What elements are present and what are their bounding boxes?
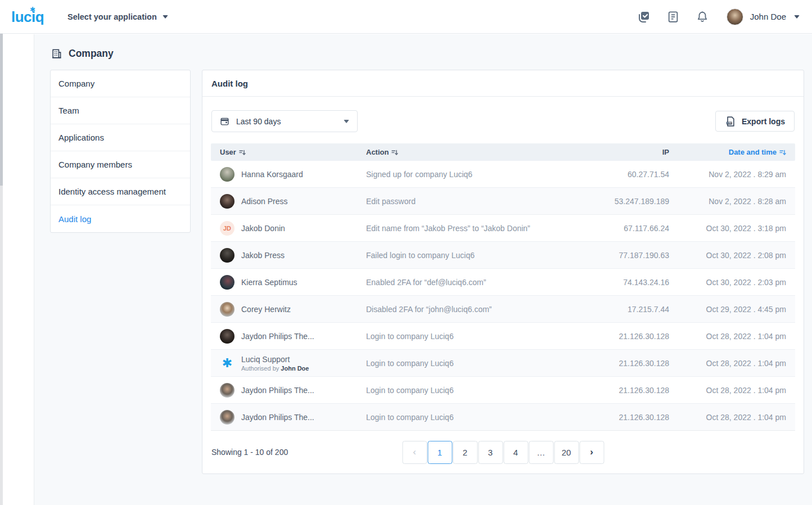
pagination-page-2[interactable]: 2 xyxy=(453,441,477,464)
action-cell: Login to company Luciq6 xyxy=(357,413,585,422)
ip-cell: 17.215.7.44 xyxy=(585,305,678,314)
luciq-logo[interactable]: luciq ✱ xyxy=(11,7,48,26)
user-cell: Hanna Korsgaard xyxy=(211,167,357,182)
user-menu-chevron-icon[interactable] xyxy=(794,15,800,19)
user-name-block: Luciq Support Authorised by John Doe xyxy=(241,355,309,372)
user-name-block: Jakob Donin xyxy=(241,224,285,233)
chevron-down-icon xyxy=(344,120,349,123)
pagination-page-1[interactable]: 1 xyxy=(427,441,452,464)
user-cell: Jaydon Philips The... xyxy=(211,383,357,398)
bell-icon[interactable] xyxy=(695,10,710,24)
logo-wordmark: luciq xyxy=(11,8,44,25)
user-name: Luciq Support xyxy=(241,355,309,364)
tasks-icon[interactable] xyxy=(637,10,651,24)
table-body: Hanna Korsgaard Signed up for company Lu… xyxy=(211,161,795,431)
user-name-block: Jaydon Philips The... xyxy=(241,413,314,422)
audit-toolbar: Last 90 days CSV Export logs xyxy=(202,97,804,143)
date-range-select[interactable]: Last 90 days xyxy=(211,110,358,132)
ip-cell: 21.126.30.128 xyxy=(585,413,678,422)
user-name: Kierra Septimus xyxy=(241,278,297,287)
user-avatar xyxy=(220,167,234,182)
date-range-value: Last 90 days xyxy=(236,117,281,126)
export-logs-button[interactable]: CSV Export logs xyxy=(715,111,795,132)
action-cell: Disabled 2FA for “john@luciq6.com” xyxy=(357,305,585,314)
form-icon[interactable] xyxy=(666,10,680,24)
user-cell: Kierra Septimus xyxy=(211,275,357,290)
ip-cell: 21.126.30.128 xyxy=(585,386,678,395)
results-summary: Showing 1 - 10 of 200 xyxy=(211,448,288,457)
column-header-action[interactable]: Action xyxy=(357,148,585,156)
user-name: Jakob Donin xyxy=(241,224,285,233)
user-name-block: Jaydon Philips The... xyxy=(241,332,314,341)
pagination-page-3[interactable]: 3 xyxy=(478,441,503,464)
sidebar-item-company-members[interactable]: Company members xyxy=(51,151,190,178)
user-name[interactable]: John Doe xyxy=(750,12,786,21)
sidebar-item-team[interactable]: Team xyxy=(51,97,190,124)
ip-cell: 21.126.30.128 xyxy=(585,332,678,341)
date-cell: Oct 30, 2022 . 2:03 pm xyxy=(678,278,795,287)
pagination-next-button[interactable]: › xyxy=(579,441,604,464)
left-scrollbar-track[interactable] xyxy=(0,34,3,505)
sort-icon xyxy=(391,149,398,156)
column-header-user[interactable]: User xyxy=(211,148,357,156)
user-avatar xyxy=(220,194,234,209)
calendar-icon xyxy=(220,116,229,126)
table-row: Adison Press Edit password 53.247.189.18… xyxy=(211,188,795,215)
table-row: ✱ Luciq Support Authorised by John Doe L… xyxy=(211,350,795,377)
page-title: Company xyxy=(69,48,114,60)
user-subtitle: Authorised by John Doe xyxy=(241,365,309,372)
audit-log-panel: Audit log Last 90 days xyxy=(202,70,804,474)
user-cell: Jaydon Philips The... xyxy=(211,329,357,344)
action-cell: Login to company Luciq6 xyxy=(357,386,585,395)
sidebar-item-identity-access-management[interactable]: Identity access management xyxy=(51,178,190,205)
application-selector[interactable]: Select your application xyxy=(67,12,168,21)
user-name-block: Jaydon Philips The... xyxy=(241,386,314,395)
date-cell: Nov 2, 2022 . 8:29 am xyxy=(678,170,795,179)
user-avatar xyxy=(220,410,234,425)
application-selector-label: Select your application xyxy=(67,12,157,21)
date-cell: Oct 28, 2022 . 1:04 pm xyxy=(678,359,795,368)
sidebar-item-company[interactable]: Company xyxy=(51,70,190,97)
table-row: Kierra Septimus Enabled 2FA for “def@luc… xyxy=(211,269,795,296)
ip-cell: 60.27.71.54 xyxy=(585,170,678,179)
ip-cell: 67.117.66.24 xyxy=(585,224,678,233)
date-cell: Oct 28, 2022 . 1:04 pm xyxy=(678,413,795,422)
user-avatar xyxy=(220,275,234,290)
date-cell: Oct 30, 2022 . 2:08 pm xyxy=(678,251,795,260)
pagination-prev-button[interactable]: ‹ xyxy=(402,441,427,464)
pagination-page-20[interactable]: 20 xyxy=(554,441,579,464)
sidebar-item-applications[interactable]: Applications xyxy=(51,124,190,151)
pagination: ‹1234…20› xyxy=(402,441,604,464)
user-name-block: Kierra Septimus xyxy=(241,278,297,287)
user-name: Corey Herwitz xyxy=(241,305,291,314)
table-row: JD Jakob Donin Edit name from “Jakob Pre… xyxy=(211,215,795,242)
audit-log-table: User Action xyxy=(211,143,795,431)
column-header-date-and-time[interactable]: Date and time xyxy=(678,148,795,156)
page-header: Company xyxy=(51,48,804,60)
user-cell: ✱ Luciq Support Authorised by John Doe xyxy=(211,355,357,372)
user-cell: Jakob Press xyxy=(211,248,357,263)
date-cell: Oct 30, 2022 . 3:18 pm xyxy=(678,224,795,233)
pagination-ellipsis[interactable]: … xyxy=(529,441,553,464)
user-cell: Adison Press xyxy=(211,194,357,209)
panel-header: Audit log xyxy=(202,70,804,97)
user-avatar[interactable] xyxy=(727,8,743,25)
action-cell: Signed up for company Luciq6 xyxy=(357,170,585,179)
column-header-ip: IP xyxy=(585,148,678,156)
user-name-block: Jakob Press xyxy=(241,251,285,260)
user-avatar xyxy=(220,383,234,398)
table-row: Jaydon Philips The... Login to company L… xyxy=(211,404,795,431)
action-cell: Edit name from “Jakob Press” to “Jakob D… xyxy=(357,224,585,233)
action-cell: Enabled 2FA for “def@luciq6.com” xyxy=(357,278,585,287)
sort-icon xyxy=(239,149,246,156)
user-name: Jaydon Philips The... xyxy=(241,386,314,395)
left-scrollbar-thumb[interactable] xyxy=(0,34,3,186)
sidebar-item-audit-log[interactable]: Audit log xyxy=(51,205,190,232)
action-cell: Login to company Luciq6 xyxy=(357,332,585,341)
user-name: Jaydon Philips The... xyxy=(241,413,314,422)
ip-cell: 74.143.24.16 xyxy=(585,278,678,287)
svg-text:CSV: CSV xyxy=(727,122,732,124)
pagination-page-4[interactable]: 4 xyxy=(503,441,528,464)
table-row: Corey Herwitz Disabled 2FA for “john@luc… xyxy=(211,296,795,323)
table-row: Jakob Press Failed login to company Luci… xyxy=(211,242,795,269)
